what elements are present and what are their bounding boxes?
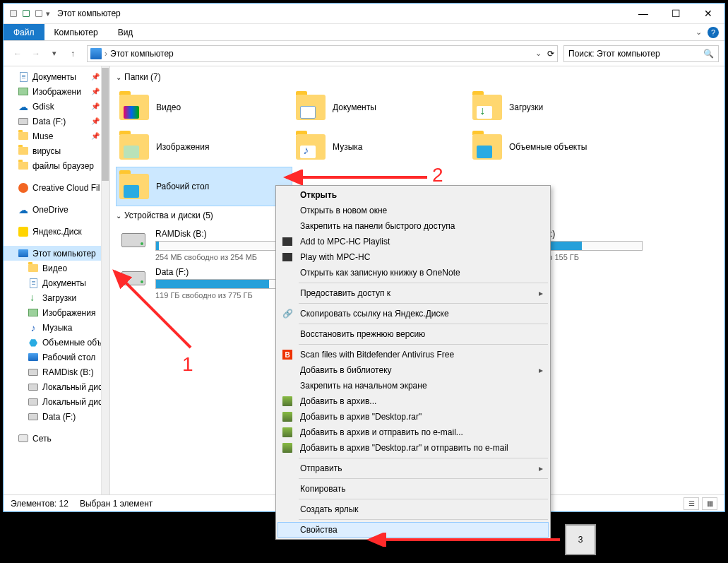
menu-item[interactable]: Открыть как записную книжку в OneNote [278,265,549,280]
menu-item[interactable]: Открыть [278,187,549,203]
sidebar-item[interactable]: Data (F:)📌 [4,114,109,129]
tab-file[interactable]: Файл [4,24,44,40]
music-icon: ♪ [31,322,36,333]
sidebar-item[interactable]: Видео [4,261,109,275]
sidebar-item[interactable]: Документы📌 [4,69,109,84]
folder-icon [18,162,28,170]
menu-item[interactable]: Добавить в библиотеку ▸ [278,362,549,378]
search-input[interactable]: Поиск: Этот компьютер 🔍 [563,45,719,62]
onedrive-icon: ☁ [18,204,29,215]
sidebar-item[interactable]: Рабочий стол [4,350,109,365]
folder-item[interactable]: Объемные объекты [469,127,645,167]
menu-separator [299,283,548,283]
ribbon-collapse-icon[interactable]: ⌄ [696,28,702,37]
recent-dropdown-icon[interactable]: ▾ [46,45,63,62]
breadcrumb[interactable]: › Этот компьютер ⌄ ⟳ [87,45,558,62]
navbar: ← → ▾ ↑ › Этот компьютер ⌄ ⟳ Поиск: Этот… [4,41,724,66]
breadcrumb-dropdown-icon[interactable]: ⌄ [535,49,542,58]
back-button[interactable]: ← [9,45,26,62]
menu-item[interactable]: Add to MPC-HC Playlist [278,234,549,249]
search-icon[interactable]: 🔍 [703,49,714,59]
drive-icon [28,384,38,391]
rar-icon [282,442,293,454]
link-icon: 🔗 [282,308,293,319]
drive-item[interactable]: RAMDisk (B:) 254 МБ свободно из 254 МБ [116,226,292,264]
sidebar-item[interactable]: Документы [4,275,109,290]
group-folders-header[interactable]: ⌄Папки (7) [116,72,719,82]
maximize-button[interactable]: ☐ [660,4,692,24]
navigation-pane[interactable]: Документы📌Изображени📌☁Gdisk📌Data (F:)📌Mu… [4,66,110,494]
sidebar-item[interactable]: Локальный дис [4,379,109,394]
sidebar-item-network[interactable]: Сеть [4,431,109,446]
rar-icon [282,427,293,438]
menu-item[interactable]: Восстановить прежнюю версию [278,326,549,342]
pin-icon: 📌 [91,88,100,95]
menu-item[interactable]: B Scan files with Bitdefender Antivirus … [278,347,549,362]
menu-item[interactable]: Play with MPC-HC [278,249,549,265]
mpc-icon [282,236,293,247]
menu-separator [299,303,548,304]
yandex-disk-icon [18,227,28,237]
minimize-button[interactable]: — [627,4,660,24]
menu-item[interactable]: Предоставить доступ к ▸ [278,285,549,301]
tab-view[interactable]: Вид [108,24,143,40]
desktop-icon [28,353,38,361]
refresh-icon[interactable]: ⟳ [547,49,554,59]
pin-icon: 📌 [91,117,100,125]
menu-item[interactable]: Закрепить на начальном экране [278,378,549,393]
qat-dropdown-icon[interactable]: ▾ [46,9,50,18]
menu-item[interactable]: Закрепить на панели быстрого доступа [278,218,549,234]
sidebar-item[interactable]: Загрузки [4,290,109,305]
pc-icon [18,249,28,257]
menu-item[interactable]: Добавить в архив и отправить по e-mail..… [278,425,549,440]
breadcrumb-root[interactable]: Этот компьютер [110,49,174,59]
menu-separator [299,478,548,479]
menu-item[interactable]: Добавить в архив "Desktop.rar" и отправи… [278,440,549,456]
sidebar-item-this-pc[interactable]: Этот компьютер [4,246,109,261]
qat-newfolder-icon[interactable] [33,8,44,19]
qat-properties-icon[interactable] [20,8,32,19]
view-tiles-button[interactable]: ▦ [702,497,717,510]
sidebar-item[interactable]: RAMDisk (B:) [4,365,109,379]
chevron-right-icon[interactable]: › [105,49,107,59]
pin-icon: 📌 [91,102,100,110]
network-icon [18,434,28,442]
up-button[interactable]: ↑ [64,45,81,62]
sidebar-item[interactable]: ⬣Объемные объ [4,335,109,350]
tab-computer[interactable]: Компьютер [44,24,108,40]
menu-item[interactable]: 🔗 Скопировать ссылку на Яндекс.Диске [278,306,549,321]
close-button[interactable]: ✕ [692,4,724,24]
drive-item[interactable]: Data (F:) 119 ГБ свободно из 775 ГБ [116,264,292,302]
folder-item[interactable]: Видео [116,88,292,127]
folder-item[interactable]: Музыка [292,127,469,167]
sidebar-scrollbar[interactable] [101,66,109,494]
drive-icon [28,398,38,405]
menu-item[interactable]: Добавить в архив "Desktop.rar" [278,409,549,425]
view-details-button[interactable]: ☰ [684,497,699,510]
sidebar-item[interactable]: ♪Музыка [4,320,109,335]
folder-item[interactable]: Документы [292,88,469,127]
sidebar-item-yandex-disk[interactable]: Яндекс.Диск [4,224,109,239]
sidebar-item[interactable]: файлы браузер [4,158,109,173]
menu-item[interactable]: Добавить в архив... [278,393,549,409]
menu-item[interactable]: Копировать [278,481,549,497]
menu-item[interactable]: Свойства [278,522,549,538]
menu-item[interactable]: Открыть в новом окне [278,203,549,218]
sidebar-item-creative-cloud[interactable]: Creative Cloud Fil [4,180,109,195]
sidebar-item[interactable]: Изображения [4,305,109,320]
app-icon [8,8,19,19]
sidebar-item[interactable]: Muse📌 [4,129,109,143]
menu-item[interactable]: Создать ярлык [278,502,549,517]
folder-item[interactable]: Загрузки [469,88,645,127]
sidebar-item[interactable]: Локальный дис [4,394,109,409]
sidebar-item[interactable]: Data (F:) [4,409,109,424]
forward-button[interactable]: → [28,45,44,62]
sidebar-item[interactable]: ☁Gdisk📌 [4,99,109,114]
help-icon[interactable]: ? [708,27,719,38]
folder-item[interactable]: Рабочий стол [116,167,292,206]
sidebar-item[interactable]: Изображени📌 [4,84,109,99]
menu-item[interactable]: Отправить ▸ [278,461,549,476]
folder-item[interactable]: Изображения [116,127,292,167]
sidebar-item-onedrive[interactable]: ☁OneDrive [4,202,109,217]
sidebar-item[interactable]: вирусы [4,143,109,158]
